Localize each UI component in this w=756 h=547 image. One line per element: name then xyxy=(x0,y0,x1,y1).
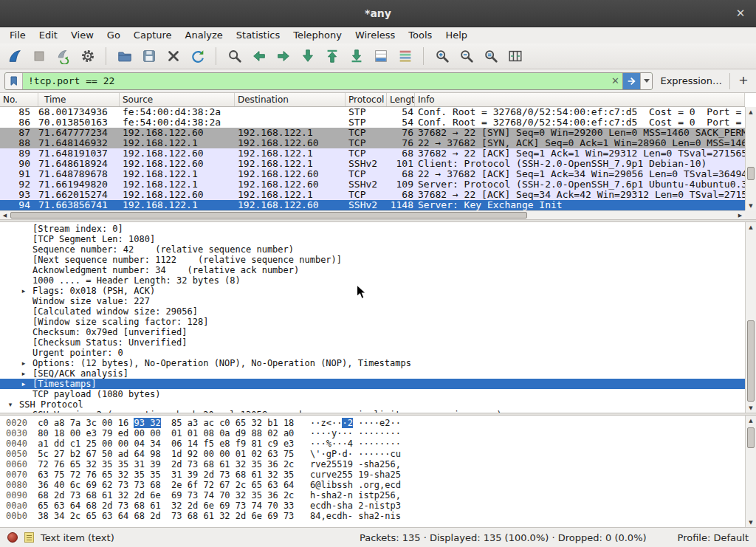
detail-row[interactable]: Acknowledgment number: 34 (relative ack … xyxy=(0,265,745,275)
go-forward-icon[interactable] xyxy=(272,46,294,66)
scroll-up-arrow[interactable]: ▲ xyxy=(746,416,756,425)
hex-row-0030[interactable]: 0030 80 18 00 e3 79 ed 00 00 01 01 08 0a… xyxy=(6,428,745,438)
expander-collapsed-icon[interactable]: ▸ xyxy=(18,368,30,379)
column-header-length[interactable]: Length xyxy=(387,93,415,106)
start-capture-icon[interactable] xyxy=(4,46,25,66)
hex-vscrollbar[interactable]: ▲ ▼ xyxy=(745,416,756,527)
filter-bookmark-button[interactable] xyxy=(5,73,23,89)
hex-row-0090[interactable]: 0090 68 2d 73 68 61 32 2d 6e 69 73 74 70… xyxy=(6,490,745,500)
restart-capture-icon[interactable] xyxy=(52,46,74,66)
hex-row-00b0[interactable]: 00b0 38 34 2c 65 63 64 68 2d 73 68 61 32… xyxy=(6,511,745,521)
filter-clear-button[interactable]: ✕ xyxy=(608,73,622,89)
detail-row[interactable]: ▸Options: (12 bytes), No-Operation (NOP)… xyxy=(0,358,745,368)
capture-options-icon[interactable] xyxy=(77,46,98,66)
packet-list-vscrollbar[interactable]: ▲ ▼ xyxy=(745,107,756,210)
menu-edit[interactable]: Edit xyxy=(32,27,64,44)
first-packet-icon[interactable] xyxy=(321,46,343,66)
reload-icon[interactable] xyxy=(187,46,208,66)
scroll-right-arrow[interactable]: ▶ xyxy=(735,211,745,219)
last-packet-icon[interactable] xyxy=(346,46,367,66)
detail-row[interactable]: ▸[Timestamps] xyxy=(0,379,745,389)
expression-button[interactable]: Expression… xyxy=(658,75,724,86)
details-vscrollbar[interactable]: ▲ ▼ xyxy=(745,222,756,413)
scrollbar-thumb[interactable] xyxy=(747,320,755,402)
detail-row[interactable]: [Checksum Status: Unverified] xyxy=(0,337,745,348)
detail-row[interactable]: [Next sequence number: 1122 (relative se… xyxy=(0,255,745,265)
packet-row-87[interactable]: 8771.647777234192.168.122.60192.168.122.… xyxy=(0,128,745,138)
packet-row-94[interactable]: 9471.663856741192.168.122.1192.168.122.6… xyxy=(0,200,745,210)
hex-row-0040[interactable]: 0040 a1 dd c1 25 00 00 04 34 06 14 f5 e8… xyxy=(6,438,745,449)
scrollbar-thumb[interactable] xyxy=(747,427,755,448)
packet-row-90[interactable]: 9071.648618924192.168.122.60192.168.122.… xyxy=(0,159,745,169)
column-header-time[interactable]: Time xyxy=(38,93,120,106)
zoom-in-icon[interactable] xyxy=(431,46,453,66)
scrollbar-thumb[interactable] xyxy=(10,212,527,219)
profile-label[interactable]: Profile: Default xyxy=(678,532,749,543)
packet-row-86[interactable]: 8670.013850163fe:54:00:d4:38:2aSTP54Conf… xyxy=(0,117,745,128)
open-file-icon[interactable] xyxy=(114,46,135,66)
column-header-source[interactable]: Source xyxy=(120,93,235,106)
detail-row[interactable]: ▸Flags: 0x018 (PSH, ACK) xyxy=(0,286,745,296)
scrollbar-thumb[interactable] xyxy=(747,167,755,180)
detail-row[interactable]: [Stream index: 0] xyxy=(0,224,745,234)
auto-scroll-icon[interactable] xyxy=(370,46,391,66)
scroll-up-arrow[interactable]: ▲ xyxy=(746,107,756,117)
zoom-out-icon[interactable] xyxy=(456,46,477,66)
packet-row-92[interactable]: 9271.661949820192.168.122.1192.168.122.6… xyxy=(0,179,745,190)
column-header-info[interactable]: Info xyxy=(415,93,745,106)
hex-row-00a0[interactable]: 00a0 65 63 64 68 2d 73 68 61 32 2d 6e 69… xyxy=(6,500,745,511)
detail-row[interactable]: ▸[SEQ/ACK analysis] xyxy=(0,368,745,379)
add-filter-button[interactable]: + xyxy=(735,73,752,89)
hex-row-0050[interactable]: 0050 5c 27 b2 67 50 ad 64 98 1d 92 00 00… xyxy=(6,449,745,459)
filter-apply-button[interactable] xyxy=(622,73,640,89)
detail-row[interactable]: [Window size scaling factor: 128] xyxy=(0,317,745,327)
hex-row-0070[interactable]: 0070 63 75 72 76 65 32 35 35 31 39 2d 73… xyxy=(6,469,745,480)
detail-row[interactable]: Sequence number: 42 (relative sequence n… xyxy=(0,244,745,255)
close-window-button[interactable]: ✕ xyxy=(732,6,749,22)
packet-list-hscrollbar[interactable]: ◀ ▶ xyxy=(0,210,745,219)
zoom-100-icon[interactable] xyxy=(480,46,501,66)
hex-row-0020[interactable]: 0020 c0 a8 7a 3c 00 16 93 32 85 a3 ac c0… xyxy=(6,418,745,428)
resize-columns-icon[interactable] xyxy=(504,46,526,66)
scroll-down-arrow[interactable]: ▼ xyxy=(746,403,756,413)
hex-row-0080[interactable]: 0080 36 40 6c 69 62 73 73 68 2e 6f 72 67… xyxy=(6,480,745,490)
detail-row[interactable]: Urgent pointer: 0 xyxy=(0,348,745,358)
go-back-icon[interactable] xyxy=(248,46,269,66)
find-packet-icon[interactable] xyxy=(224,46,245,66)
scroll-up-arrow[interactable]: ▲ xyxy=(746,222,756,232)
column-header-no[interactable]: No. xyxy=(0,93,38,106)
column-header-destination[interactable]: Destination xyxy=(235,93,346,106)
detail-row[interactable]: ▾SSH Protocol xyxy=(0,399,745,410)
detail-row[interactable]: 1000 .... = Header Length: 32 bytes (8) xyxy=(0,275,745,286)
detail-row[interactable]: Checksum: 0x79ed [unverified] xyxy=(0,327,745,337)
capture-comment-icon[interactable] xyxy=(24,532,34,543)
packet-row-91[interactable]: 9171.648789678192.168.122.1192.168.122.6… xyxy=(0,169,745,179)
menu-help[interactable]: Help xyxy=(439,27,474,44)
menu-analyze[interactable]: Analyze xyxy=(179,27,230,44)
packet-row-85[interactable]: 8568.001734936fe:54:00:d4:38:2aSTP54Conf… xyxy=(0,107,745,117)
go-to-packet-icon[interactable] xyxy=(297,46,318,66)
filter-dropdown-button[interactable] xyxy=(640,73,652,89)
colorize-icon[interactable] xyxy=(394,46,416,66)
menu-view[interactable]: View xyxy=(64,27,100,44)
column-header-protocol[interactable]: Protocol xyxy=(346,93,387,106)
menu-telephony[interactable]: Telephony xyxy=(286,27,348,44)
menu-capture[interactable]: Capture xyxy=(127,27,179,44)
expander-collapsed-icon[interactable]: ▸ xyxy=(18,286,30,296)
expert-info-icon[interactable] xyxy=(7,532,18,543)
packet-row-88[interactable]: 8871.648146932192.168.122.1192.168.122.6… xyxy=(0,138,745,148)
packet-row-89[interactable]: 8971.648191037192.168.122.60192.168.122.… xyxy=(0,148,745,159)
menu-tools[interactable]: Tools xyxy=(402,27,439,44)
hex-row-0060[interactable]: 0060 72 76 65 32 35 35 31 39 2d 73 68 61… xyxy=(6,459,745,469)
packet-row-93[interactable]: 9371.662015274192.168.122.60192.168.122.… xyxy=(0,190,745,200)
detail-row[interactable]: [TCP Segment Len: 1080] xyxy=(0,234,745,244)
expander-expanded-icon[interactable]: ▾ xyxy=(4,399,16,410)
save-file-icon[interactable] xyxy=(138,46,159,66)
menu-go[interactable]: Go xyxy=(100,27,127,44)
expander-collapsed-icon[interactable]: ▸ xyxy=(18,358,30,368)
display-filter-input[interactable]: !tcp.port == 22 xyxy=(23,73,608,89)
expander-collapsed-icon[interactable]: ▸ xyxy=(18,379,30,389)
scroll-left-arrow[interactable]: ◀ xyxy=(0,211,10,219)
detail-row[interactable]: TCP payload (1080 bytes) xyxy=(0,389,745,399)
detail-row[interactable]: Window size value: 227 xyxy=(0,296,745,306)
